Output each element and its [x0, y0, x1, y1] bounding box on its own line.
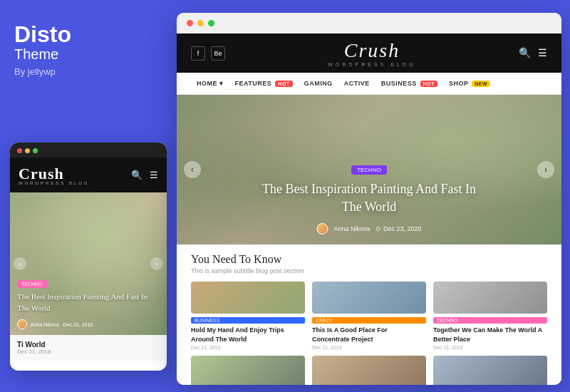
business-badge: HOT — [420, 81, 437, 87]
card-1: BUSINESS Hold My Hand And Enjoy Trips Ar… — [191, 282, 305, 350]
mobile-hero-bg — [10, 192, 167, 335]
section-subtitle: This is sample subtitle blog post sectio… — [191, 267, 547, 274]
mobile-dot-yellow — [25, 148, 30, 153]
theme-by: By jellywp — [14, 66, 162, 77]
site-logo-text: Crush — [328, 39, 415, 62]
hero-avatar — [316, 223, 328, 234]
card-1-title: Hold My Hand And Enjoy Trips Around The … — [191, 326, 305, 344]
card-4: TECHNO Relaxing With Nice View After Enj… — [191, 356, 305, 385]
hero-author-date: ⊙ Dec 23, 2020 — [375, 225, 421, 232]
social-facebook-icon[interactable]: f — [191, 46, 205, 61]
mobile-bottom-title: Ti World — [17, 341, 160, 349]
mobile-avatar — [17, 319, 27, 329]
nav-gaming[interactable]: GAMING — [299, 77, 338, 90]
hero-next-button[interactable]: › — [537, 161, 554, 178]
nav-shop[interactable]: SHOP NEW — [443, 77, 496, 90]
card-3-title: Together We Can Make The World A Better … — [433, 326, 547, 344]
section-title: You Need To Know — [191, 253, 547, 266]
hero-content: TECHNO The Best Inspiration Painting And… — [254, 162, 484, 216]
mobile-hero-badge: TECHNO — [17, 280, 47, 288]
browser-mockup: f Be Crush WORDPRESS BLOG 🔍 ☰ HOME ▾ FEA… — [177, 13, 561, 385]
mobile-hero-title: The Best Inspiration Painting And Fast I… — [17, 292, 160, 314]
site-header-icons: 🔍 ☰ — [519, 47, 547, 59]
hero-author: Anna Nikova ⊙ Dec 23, 2020 — [316, 223, 421, 234]
hero-slider: TECHNO The Best Inspiration Painting And… — [177, 95, 561, 244]
site-logo-sub: WORDPRESS BLOG — [328, 62, 415, 67]
mobile-author-info: Anna Nikova Dec 23, 2018 — [31, 322, 93, 327]
nav-features[interactable]: FEATURES HOT — [229, 77, 299, 90]
features-badge: HOT — [275, 81, 292, 87]
hero-title: The Best Inspiration Painting And Fast I… — [254, 180, 484, 216]
hero-badge: TECHNO — [351, 165, 387, 175]
mobile-prev-button[interactable]: ‹ — [14, 257, 26, 270]
mobile-logo-area: Crush WORDPRESS BLOG — [19, 165, 90, 185]
mobile-header-icons: 🔍 ☰ — [131, 170, 158, 181]
theme-subtitle: Theme — [14, 46, 162, 63]
card-3-image — [433, 282, 547, 314]
hero-prev-button[interactable]: ‹ — [184, 161, 201, 178]
theme-title: Disto — [14, 21, 162, 48]
site-nav: HOME ▾ FEATURES HOT GAMING ACTIVE BUSINE… — [177, 73, 561, 95]
nav-home[interactable]: HOME ▾ — [191, 77, 229, 90]
hero-author-name: Anna Nikova — [333, 225, 370, 232]
card-5-image — [312, 356, 426, 385]
card-1-badge: BUSINESS — [191, 317, 305, 324]
mobile-logo-sub: WORDPRESS BLOG — [19, 181, 90, 185]
mobile-bottom: Ti World Dec 21, 2018 — [10, 335, 167, 361]
card-6: HEALTH New Skill With The Height Quality… — [433, 356, 547, 385]
site-menu-icon[interactable]: ☰ — [538, 47, 547, 59]
card-4-image — [191, 356, 305, 385]
site-header: f Be Crush WORDPRESS BLOG 🔍 ☰ — [177, 33, 561, 73]
nav-active[interactable]: ACTIVE — [338, 77, 375, 90]
browser-top-bar — [177, 13, 561, 33]
card-2-date: Dec 21, 2018 — [312, 345, 426, 350]
shop-badge: NEW — [472, 81, 490, 87]
card-1-image — [191, 282, 305, 314]
mobile-mockup: Crush WORDPRESS BLOG 🔍 ☰ TECHNO The Best… — [10, 143, 167, 371]
browser-dot-yellow — [197, 20, 204, 26]
mobile-hero-overlay: TECHNO The Best Inspiration Painting And… — [17, 276, 160, 314]
site-logo: Crush WORDPRESS BLOG — [328, 39, 415, 67]
mobile-dot-red — [17, 148, 22, 153]
site-search-icon[interactable]: 🔍 — [519, 47, 531, 59]
card-3-date: Dec 21, 2018 — [433, 345, 547, 350]
card-1-date: Dec 21, 2018 — [191, 345, 305, 350]
mobile-author-name: Anna Nikova — [31, 322, 59, 327]
nav-business[interactable]: BUSINESS HOT — [375, 77, 443, 90]
card-6-image — [433, 356, 547, 385]
mobile-next-button[interactable]: › — [150, 257, 163, 270]
left-panel: Disto Theme By jellywp Crush WORDPRESS B… — [0, 0, 177, 392]
mobile-top-bar — [10, 143, 167, 158]
mobile-author-date: Dec 23, 2018 — [63, 322, 93, 327]
mobile-header: Crush WORDPRESS BLOG 🔍 ☰ — [10, 158, 167, 192]
mobile-search-icon: 🔍 — [131, 170, 142, 181]
content-section: You Need To Know This is sample subtitle… — [177, 244, 561, 385]
brand-title: Disto Theme By jellywp — [14, 21, 162, 77]
mobile-author-bar: Anna Nikova Dec 23, 2018 — [17, 319, 160, 329]
cards-row-1: BUSINESS Hold My Hand And Enjoy Trips Ar… — [191, 282, 547, 350]
mobile-dot-green — [33, 148, 38, 153]
card-3: TECHNO Together We Can Make The World A … — [433, 282, 547, 350]
card-2-title: This Is A Good Place For Concentrate Pro… — [312, 326, 426, 344]
card-2-badge: CRAZY — [312, 317, 426, 324]
card-5: BUSINESS Best Lighting For Outdoor Photo… — [312, 356, 426, 385]
site-social: f Be — [191, 46, 225, 61]
social-behance-icon[interactable]: Be — [211, 46, 225, 61]
mobile-dots — [17, 148, 38, 153]
card-2: CRAZY This Is A Good Place For Concentra… — [312, 282, 426, 350]
cards-row-2: TECHNO Relaxing With Nice View After Enj… — [191, 356, 547, 385]
mobile-menu-icon: ☰ — [150, 170, 158, 181]
card-3-badge: TECHNO — [433, 317, 547, 324]
card-2-image — [312, 282, 426, 314]
mobile-hero-image: TECHNO The Best Inspiration Painting And… — [10, 192, 167, 335]
mobile-bottom-date: Dec 21, 2018 — [17, 349, 160, 355]
browser-dot-green — [208, 20, 214, 26]
browser-dot-red — [187, 20, 193, 26]
